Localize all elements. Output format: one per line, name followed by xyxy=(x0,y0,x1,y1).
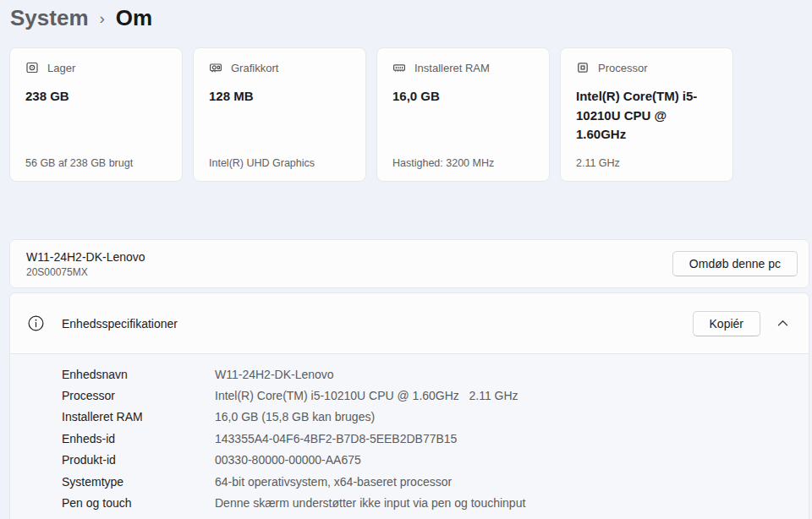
breadcrumb-chevron-icon: › xyxy=(100,8,105,28)
copy-button[interactable]: Kopiér xyxy=(693,311,760,336)
card-storage: Lager 238 GB 56 GB af 238 GB brugt xyxy=(9,47,183,182)
summary-cards: Lager 238 GB 56 GB af 238 GB brugt Grafi… xyxy=(9,47,733,182)
card-graphics: Grafikkort 128 MB Intel(R) UHD Graphics xyxy=(193,47,366,182)
spec-value: Intel(R) Core(TM) i5-10210U CPU @ 1.60GH… xyxy=(215,389,518,402)
breadcrumb-system[interactable]: System xyxy=(10,5,89,31)
processor-icon xyxy=(576,61,590,74)
card-title: Installeret RAM xyxy=(414,62,490,74)
page-title: Om xyxy=(116,5,152,31)
spec-label: Pen og touch xyxy=(62,496,215,510)
device-name-panel: W11-24H2-DK-Lenovo 20S00075MX Omdøb denn… xyxy=(9,239,809,288)
spec-row-system-type: Systemtype 64-bit operativsystem, x64-ba… xyxy=(62,471,793,492)
device-specs-header[interactable]: Enhedsspecifikationer Kopiér xyxy=(10,293,809,353)
spec-value: Denne skærm understøtter ikke input via … xyxy=(215,496,525,510)
card-title: Grafikkort xyxy=(231,62,278,74)
collapse-button[interactable] xyxy=(767,310,798,337)
device-name: W11-24H2-DK-Lenovo xyxy=(26,249,672,265)
storage-icon xyxy=(25,61,39,74)
device-model: 20S00075MX xyxy=(26,265,672,279)
spec-value: 16,0 GB (15,8 GB kan bruges) xyxy=(215,410,375,423)
spec-label: Processor xyxy=(62,389,215,402)
card-title: Lager xyxy=(47,62,75,74)
spec-row-ram: Installeret RAM 16,0 GB (15,8 GB kan bru… xyxy=(62,407,793,428)
card-ram: Installeret RAM 16,0 GB Hastighed: 3200 … xyxy=(376,47,550,182)
card-value: Intel(R) Core(TM) i5-10210U CPU @ 1.60GH… xyxy=(576,87,717,145)
spec-value: 143355A4-04F6-4BF2-B7D8-5EEB2DB77B15 xyxy=(215,432,457,445)
spec-label: Enheds-id xyxy=(62,432,215,445)
device-specs-body: Enhedsnavn W11-24H2-DK-Lenovo Processor … xyxy=(10,354,809,519)
spec-row-device-name: Enhedsnavn W11-24H2-DK-Lenovo xyxy=(62,363,793,385)
card-value: 16,0 GB xyxy=(392,87,534,107)
device-specs-title: Enhedsspecifikationer xyxy=(62,317,178,331)
spec-row-processor: Processor Intel(R) Core(TM) i5-10210U CP… xyxy=(62,385,793,406)
card-caption: 2.11 GHz xyxy=(576,157,717,169)
card-caption: Hastighed: 3200 MHz xyxy=(392,157,534,169)
spec-label: Enhedsnavn xyxy=(62,368,215,381)
card-processor: Processor Intel(R) Core(TM) i5-10210U CP… xyxy=(560,47,733,182)
rename-pc-button[interactable]: Omdøb denne pc xyxy=(672,251,798,276)
spec-row-product-id: Produkt-id 00330-80000-00000-AA675 xyxy=(62,450,793,471)
chevron-up-icon xyxy=(777,320,788,327)
spec-row-device-id: Enheds-id 143355A4-04F6-4BF2-B7D8-5EEB2D… xyxy=(62,428,793,449)
spec-label: Installeret RAM xyxy=(62,410,215,423)
card-title: Processor xyxy=(598,62,648,74)
spec-row-pen-touch: Pen og touch Denne skærm understøtter ik… xyxy=(62,492,793,513)
card-value: 128 MB xyxy=(209,87,350,107)
gpu-icon xyxy=(209,61,222,74)
card-caption: Intel(R) UHD Graphics xyxy=(209,157,350,169)
card-caption: 56 GB af 238 GB brugt xyxy=(25,157,167,169)
spec-label: Systemtype xyxy=(62,475,215,489)
info-icon xyxy=(28,315,44,331)
spec-value: 00330-80000-00000-AA675 xyxy=(215,453,361,467)
breadcrumb: System › Om xyxy=(10,2,152,34)
card-value: 238 GB xyxy=(25,87,167,107)
device-specs-panel: Enhedsspecifikationer Kopiér Enhedsnavn … xyxy=(9,292,809,519)
ram-icon xyxy=(392,61,406,74)
spec-label: Produkt-id xyxy=(62,453,215,467)
spec-value: 64-bit operativsystem, x64-baseret proce… xyxy=(215,475,452,489)
spec-value: W11-24H2-DK-Lenovo xyxy=(215,368,334,381)
